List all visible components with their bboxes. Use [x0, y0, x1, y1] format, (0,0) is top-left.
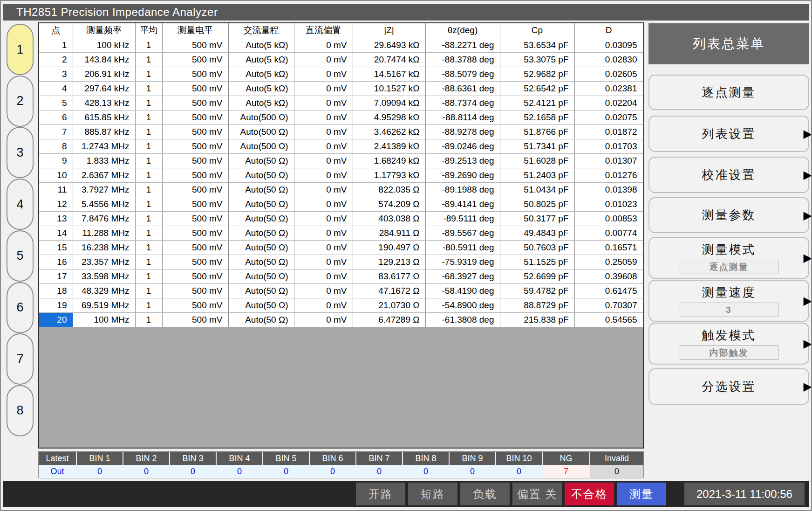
table-cell[interactable]: 5.4556 MHz	[73, 197, 135, 211]
table-cell[interactable]: 88.8729 pF	[500, 298, 574, 312]
table-cell[interactable]: 13	[39, 211, 73, 226]
status-button-gray[interactable]: 开路	[356, 483, 405, 505]
table-cell[interactable]: 4	[39, 81, 73, 96]
table-cell[interactable]: 1	[135, 197, 162, 211]
table-cell[interactable]: 51.1525 pF	[500, 255, 574, 269]
table-cell[interactable]: 190.497 Ω	[353, 240, 425, 255]
table-cell[interactable]: -88.5079 deg	[425, 67, 500, 81]
table-cell[interactable]: 1	[135, 182, 162, 197]
table-cell[interactable]: 0 mV	[294, 52, 353, 67]
table-cell[interactable]: Auto(500 Ω)	[228, 110, 294, 124]
menu-button-8[interactable]: 分选设置▶	[648, 368, 809, 405]
table-cell[interactable]: 21.0730 Ω	[353, 298, 425, 312]
table-cell[interactable]: 885.87 kHz	[73, 124, 135, 139]
table-cell[interactable]: 215.838 pF	[500, 312, 574, 327]
table-cell[interactable]: 0 mV	[294, 312, 353, 327]
table-cell[interactable]: 0.01398	[574, 182, 643, 197]
table-cell[interactable]: 403.038 Ω	[353, 211, 425, 226]
table-cell[interactable]: 16	[39, 255, 73, 269]
table-cell[interactable]: 52.4121 pF	[500, 96, 574, 110]
table-cell[interactable]: 100 MHz	[73, 312, 135, 327]
table-cell[interactable]: -68.3927 deg	[425, 269, 500, 283]
table-cell[interactable]: Auto(50 Ω)	[228, 283, 294, 298]
table-cell[interactable]: 0.00853	[574, 211, 643, 226]
table-cell[interactable]: 822.035 Ω	[353, 182, 425, 197]
table-cell[interactable]: Auto(50 Ω)	[228, 269, 294, 283]
table-cell[interactable]: -89.0246 deg	[425, 139, 500, 153]
table-cell[interactable]: 500 mV	[162, 38, 228, 52]
channel-tab-3[interactable]: 3	[7, 127, 34, 178]
table-cell[interactable]: -54.8900 deg	[425, 298, 500, 312]
table-cell[interactable]: 1.68249 kΩ	[353, 153, 425, 168]
table-cell[interactable]: 0 mV	[294, 38, 353, 52]
table-cell[interactable]: 14.5167 kΩ	[353, 67, 425, 81]
table-cell[interactable]: 5	[39, 96, 73, 110]
channel-tab-2[interactable]: 2	[7, 76, 34, 127]
table-cell[interactable]: 0.01307	[574, 153, 643, 168]
table-cell[interactable]: Auto(5 kΩ)	[228, 96, 294, 110]
table-cell[interactable]: Auto(50 Ω)	[228, 226, 294, 240]
table-cell[interactable]: 500 mV	[162, 197, 228, 211]
table-cell[interactable]: 53.3075 pF	[500, 52, 574, 67]
table-cell[interactable]: 3	[39, 67, 73, 81]
table-cell[interactable]: -80.5911 deg	[425, 240, 500, 255]
table-cell[interactable]: 284.911 Ω	[353, 226, 425, 240]
table-cell[interactable]: 49.4843 pF	[500, 226, 574, 240]
table-cell[interactable]: 1	[135, 110, 162, 124]
table-cell[interactable]: Auto(5 kΩ)	[228, 67, 294, 81]
table-cell[interactable]: 10.1527 kΩ	[353, 81, 425, 96]
table-cell[interactable]: 1	[135, 269, 162, 283]
table-cell[interactable]: 16.238 MHz	[73, 240, 135, 255]
table-cell[interactable]: 0.03095	[574, 38, 643, 52]
table-cell[interactable]: 0 mV	[294, 240, 353, 255]
table-cell[interactable]: 51.2403 pF	[500, 168, 574, 182]
table-cell[interactable]: 9	[39, 153, 73, 168]
table-cell[interactable]: 500 mV	[162, 153, 228, 168]
table-cell[interactable]: -88.8114 deg	[425, 110, 500, 124]
table-cell[interactable]: 0 mV	[294, 211, 353, 226]
table-cell[interactable]: 0.61475	[574, 283, 643, 298]
table-cell[interactable]: -58.4190 deg	[425, 283, 500, 298]
table-cell[interactable]: 0.02605	[574, 67, 643, 81]
table-cell[interactable]: 500 mV	[162, 124, 228, 139]
table-cell[interactable]: 52.6699 pF	[500, 269, 574, 283]
table-cell[interactable]: 47.1672 Ω	[353, 283, 425, 298]
channel-tab-8[interactable]: 8	[7, 385, 34, 436]
table-cell[interactable]: 0 mV	[294, 96, 353, 110]
table-cell[interactable]: 615.85 kHz	[73, 110, 135, 124]
table-cell[interactable]: 0 mV	[294, 81, 353, 96]
menu-button-2[interactable]: 列表设置▶	[648, 116, 809, 152]
channel-tab-5[interactable]: 5	[7, 230, 34, 282]
table-cell[interactable]: 0 mV	[294, 67, 353, 81]
table-cell[interactable]: Auto(5 kΩ)	[228, 81, 294, 96]
table-cell[interactable]: 59.4782 pF	[500, 283, 574, 298]
table-cell[interactable]: 1	[135, 81, 162, 96]
table-cell[interactable]: 48.329 MHz	[73, 283, 135, 298]
table-cell[interactable]: 51.8766 pF	[500, 124, 574, 139]
status-button-blue[interactable]: 测量	[617, 483, 666, 505]
table-cell[interactable]: 7.09094 kΩ	[353, 96, 425, 110]
table-cell[interactable]: Auto(50 Ω)	[228, 255, 294, 269]
table-cell[interactable]: -89.1988 deg	[425, 182, 500, 197]
table-cell[interactable]: -89.5111 deg	[425, 211, 500, 226]
status-button-gray[interactable]: 短路	[408, 483, 457, 505]
table-cell[interactable]: 1	[135, 124, 162, 139]
table-cell[interactable]: 33.598 MHz	[73, 269, 135, 283]
table-cell[interactable]: 51.7341 pF	[500, 139, 574, 153]
table-cell[interactable]: Auto(50 Ω)	[228, 240, 294, 255]
table-cell[interactable]: 0 mV	[294, 153, 353, 168]
table-cell[interactable]: 206.91 kHz	[73, 67, 135, 81]
table-cell[interactable]: 53.6534 pF	[500, 38, 574, 52]
table-cell[interactable]: 500 mV	[162, 67, 228, 81]
table-cell[interactable]: 50.7603 pF	[500, 240, 574, 255]
menu-button-6[interactable]: 测量速度3▶	[648, 280, 809, 322]
table-cell[interactable]: 500 mV	[162, 312, 228, 327]
table-cell[interactable]: 69.519 MHz	[73, 298, 135, 312]
table-cell[interactable]: 500 mV	[162, 139, 228, 153]
table-cell[interactable]: 574.209 Ω	[353, 197, 425, 211]
table-cell[interactable]: 1	[135, 283, 162, 298]
table-cell[interactable]: 0 mV	[294, 197, 353, 211]
table-cell[interactable]: 11.288 MHz	[73, 226, 135, 240]
table-cell[interactable]: 52.9682 pF	[500, 67, 574, 81]
status-button-gray[interactable]: 负载	[460, 483, 510, 505]
